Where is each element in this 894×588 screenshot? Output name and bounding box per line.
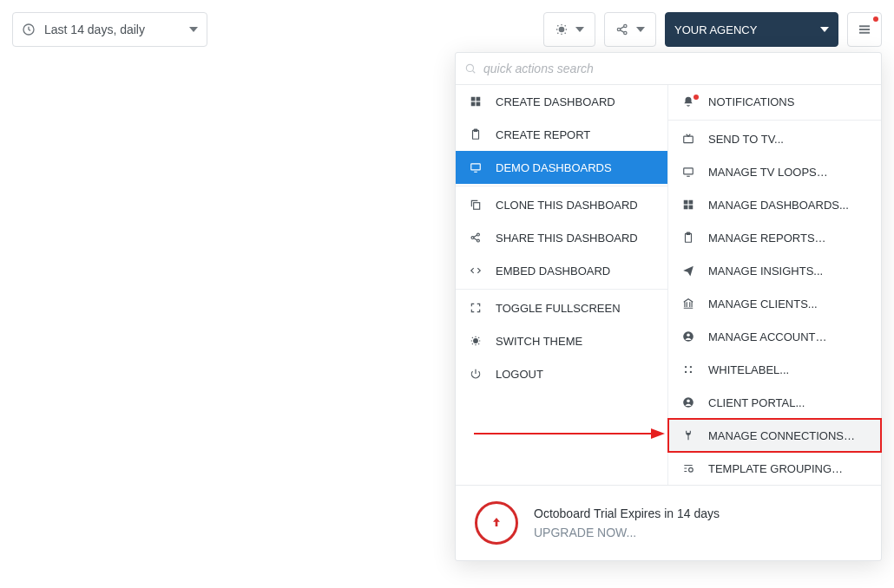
upload-icon [475,501,518,545]
agency-label: YOUR AGENCY [674,23,757,36]
theme-icon [555,23,569,36]
trial-text: Octoboard Trial Expires in 14 days [534,506,720,520]
menu-item-label: MANAGE REPORTS… [708,232,826,245]
notification-dot-icon [873,16,878,22]
svg-rect-18 [684,136,694,143]
svg-rect-12 [471,164,481,170]
menu-item-template-grouping[interactable]: TEMPLATE GROUPING… [668,452,881,485]
menu-item-manage-account[interactable]: MANAGE ACCOUNT… [668,320,881,353]
svg-rect-20 [684,200,688,205]
svg-rect-21 [689,200,694,205]
menu-item-manage-tv-loops[interactable]: MANAGE TV LOOPS… [668,155,881,188]
power-icon [468,368,483,380]
menu-item-embed-dashboard[interactable]: EMBED DASHBOARD [456,254,667,287]
svg-point-31 [690,371,692,373]
search-icon [464,62,477,75]
chevron-down-icon [189,27,198,32]
menu-item-manage-insights[interactable]: MANAGE INSIGHTS... [668,254,881,287]
clipboard-icon [680,232,696,244]
svg-rect-25 [687,232,690,234]
menu-item-manage-dashboards[interactable]: MANAGE DASHBOARDS... [668,188,881,221]
menu-divider [456,186,667,186]
menu-item-switch-theme[interactable]: SWITCH THEME [456,324,667,357]
menu-item-label: MANAGE DASHBOARDS... [708,199,849,212]
svg-rect-11 [474,129,477,131]
menu-item-label: WHITELABEL... [708,363,789,376]
clipboard-icon [468,128,483,140]
monitor-icon [468,161,483,173]
agency-selector[interactable]: YOUR AGENCY [665,12,838,47]
menu-item-create-dashboard[interactable]: CREATE DASHBOARD [456,85,667,118]
menu-item-label: NOTIFICATIONS [708,95,794,108]
clock-icon [22,23,36,36]
svg-point-27 [687,334,690,337]
svg-rect-23 [689,206,694,210]
menu-item-notifications[interactable]: NOTIFICATIONS [668,85,881,118]
dots-icon [680,363,696,376]
quick-actions-search-input[interactable] [483,58,872,79]
grid-icon [468,95,483,108]
menu-item-label: MANAGE TV LOOPS… [708,166,828,179]
chevron-down-icon [820,27,829,32]
code-icon [468,265,483,277]
menu-item-client-portal[interactable]: CLIENT PORTAL... [668,386,881,419]
menu-item-label: CREATE REPORT [496,128,590,141]
share-icon [615,23,629,36]
svg-point-5 [466,64,473,71]
menu-item-manage-connections[interactable]: MANAGE CONNECTIONS… [668,419,881,452]
svg-rect-9 [477,102,481,107]
menu-item-label: CREATE DASHBOARD [496,95,615,108]
chevron-down-icon [575,27,584,32]
copy-icon [468,199,483,211]
svg-point-1 [559,27,565,33]
menu-item-label: SWITCH THEME [496,335,582,348]
tv-icon [680,133,696,145]
menu-item-label: SHARE THIS DASHBOARD [496,232,638,245]
menu-item-label: MANAGE CONNECTIONS… [708,429,855,442]
trial-banner: Octoboard Trial Expires in 14 days UPGRA… [456,485,881,560]
upgrade-link[interactable]: UPGRADE NOW... [534,526,720,539]
template-icon [680,462,696,474]
menu-item-label: CLIENT PORTAL... [708,396,805,409]
svg-rect-7 [477,97,481,101]
menu-item-label: DEMO DASHBOARDS [496,161,612,174]
bank-icon [680,297,696,310]
theme-dropdown[interactable] [543,12,595,47]
menu-item-create-report[interactable]: CREATE REPORT [456,118,667,151]
menu-item-demo-dashboards[interactable]: DEMO DASHBOARDS [456,151,667,184]
grid-icon [680,199,696,211]
svg-point-28 [685,366,687,368]
svg-rect-6 [471,97,476,101]
menu-item-send-to-tv[interactable]: SEND TO TV... [668,122,881,155]
main-menu-button[interactable] [847,12,882,47]
send-icon [680,265,696,277]
menu-item-toggle-fullscreen[interactable]: TOGGLE FULLSCREEN [456,291,667,324]
menu-item-label: SEND TO TV... [708,133,784,146]
menu-item-share-this-dashboard[interactable]: SHARE THIS DASHBOARD [456,221,667,254]
menu-item-clone-this-dashboard[interactable]: CLONE THIS DASHBOARD [456,188,667,221]
svg-point-29 [690,366,692,368]
menu-item-manage-reports[interactable]: MANAGE REPORTS… [668,221,881,254]
date-range-picker[interactable]: Last 14 days, daily [12,12,207,47]
menu-item-label: TOGGLE FULLSCREEN [496,302,621,315]
menu-item-label: TEMPLATE GROUPING… [708,462,843,475]
menu-item-whitelabel[interactable]: WHITELABEL... [668,353,881,386]
user-icon [680,396,696,408]
share-dropdown[interactable] [604,12,656,47]
menu-item-label: MANAGE INSIGHTS... [708,265,823,278]
theme-icon [468,335,483,347]
svg-rect-19 [684,168,694,174]
menu-item-label: EMBED DASHBOARD [496,265,610,278]
svg-point-33 [687,400,690,403]
menu-item-manage-clients[interactable]: MANAGE CLIENTS... [668,287,881,320]
menu-icon [857,22,872,37]
search-row [456,53,881,85]
svg-point-17 [473,338,478,343]
share-icon [468,232,483,244]
plug-icon [680,429,696,441]
menu-divider [668,120,881,121]
menu-item-logout[interactable]: LOGOUT [456,357,667,390]
menu-item-label: MANAGE CLIENTS... [708,297,818,310]
bell-icon [680,95,696,108]
user-icon [680,330,696,343]
